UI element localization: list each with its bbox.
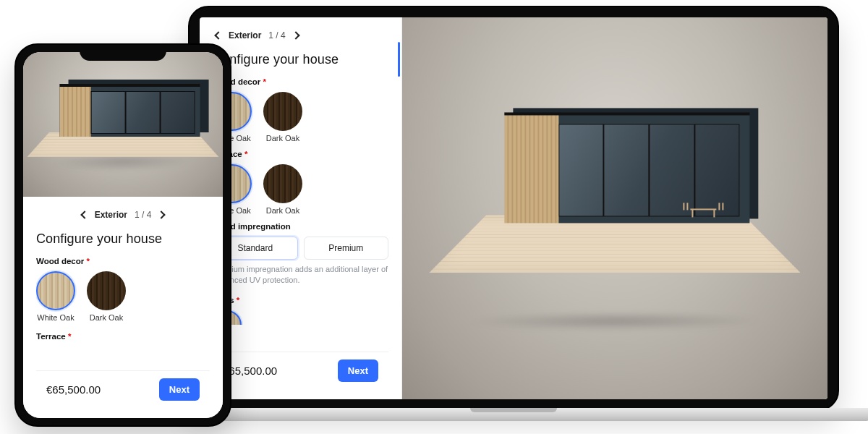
price-total-mobile: €65,500.00 — [46, 383, 101, 396]
next-button-mobile[interactable]: Next — [159, 378, 200, 401]
breadcrumb-step: 1 / 4 — [135, 210, 151, 220]
section-wood-decor-label-mobile: Wood decor * — [36, 257, 210, 265]
walls-options — [213, 310, 388, 325]
mobile-screen: Exterior 1 / 4 Configure your house Wood… — [23, 52, 223, 418]
wood-slats-panel — [60, 87, 91, 137]
wood-slats-panel — [505, 115, 559, 224]
wood-decor-options-mobile: White Oak Dark Oak — [36, 271, 210, 322]
chevron-left-icon[interactable] — [80, 210, 88, 218]
breadcrumb-mobile: Exterior 1 / 4 — [36, 207, 210, 227]
house-box — [60, 84, 200, 137]
laptop-screen: Exterior 1 / 4 Configure your house Wood… — [200, 17, 827, 399]
house-model — [461, 90, 767, 305]
section-terrace-label: Terrace * — [213, 150, 388, 158]
wood-decor-option-dark-oak[interactable]: Dark Oak — [263, 92, 302, 142]
swatch-dark-oak-icon — [87, 271, 126, 310]
chevron-right-icon[interactable] — [292, 31, 299, 39]
glass-facade — [90, 91, 195, 134]
breadcrumb-label: Exterior — [95, 210, 127, 220]
impregnation-option-premium[interactable]: Premium — [304, 237, 389, 260]
configurator-panel-mobile: Exterior 1 / 4 Configure your house Wood… — [23, 197, 223, 418]
house-shadow — [461, 312, 770, 331]
breadcrumb-step: 1 / 4 — [268, 30, 285, 41]
3d-viewer[interactable] — [402, 17, 827, 399]
house-box — [505, 112, 750, 224]
laptop-device-frame: Exterior 1 / 4 Configure your house Wood… — [188, 6, 839, 411]
next-button[interactable]: Next — [338, 359, 378, 382]
house-terrace — [429, 215, 800, 273]
house-model-mobile — [35, 74, 211, 175]
breadcrumb: Exterior 1 / 4 — [213, 27, 388, 48]
3d-viewer-mobile[interactable] — [23, 52, 223, 197]
panel-footer: €65,500.00 Next — [213, 352, 388, 389]
page-title: Configure your house — [213, 52, 388, 67]
chevron-left-icon[interactable] — [214, 31, 222, 39]
laptop-base — [152, 408, 868, 421]
panel-footer-mobile: €65,500.00 Next — [36, 370, 210, 408]
device-notch — [80, 45, 166, 61]
terrace-options: White Oak Dark Oak — [213, 164, 388, 215]
wood-impregnation-options: Standard Premium — [213, 237, 388, 260]
wood-decor-option-dark-oak-mobile[interactable]: Dark Oak — [87, 271, 126, 322]
page-title-mobile: Configure your house — [36, 231, 210, 247]
swatch-white-oak-icon — [36, 271, 75, 310]
swatch-dark-oak-icon — [263, 92, 302, 131]
impregnation-hint: Premium impregnation adds an additional … — [213, 264, 388, 286]
mobile-device-frame: Exterior 1 / 4 Configure your house Wood… — [14, 43, 231, 427]
section-wood-decor-label: Wood decor * — [213, 77, 388, 86]
wood-decor-options: White Oak Dark Oak — [213, 92, 388, 142]
swatch-dark-oak-icon — [263, 164, 302, 203]
breadcrumb-label: Exterior — [229, 30, 261, 41]
chevron-right-icon[interactable] — [158, 210, 166, 218]
section-walls-label: Walls * — [213, 296, 388, 305]
section-terrace-label-mobile: Terrace * — [36, 332, 210, 341]
terrace-option-dark-oak[interactable]: Dark Oak — [263, 164, 302, 215]
interior-furniture — [671, 148, 735, 210]
section-wood-impregnation-label: Wood impregnation — [213, 222, 388, 231]
wood-decor-option-white-oak-mobile[interactable]: White Oak — [36, 271, 75, 322]
